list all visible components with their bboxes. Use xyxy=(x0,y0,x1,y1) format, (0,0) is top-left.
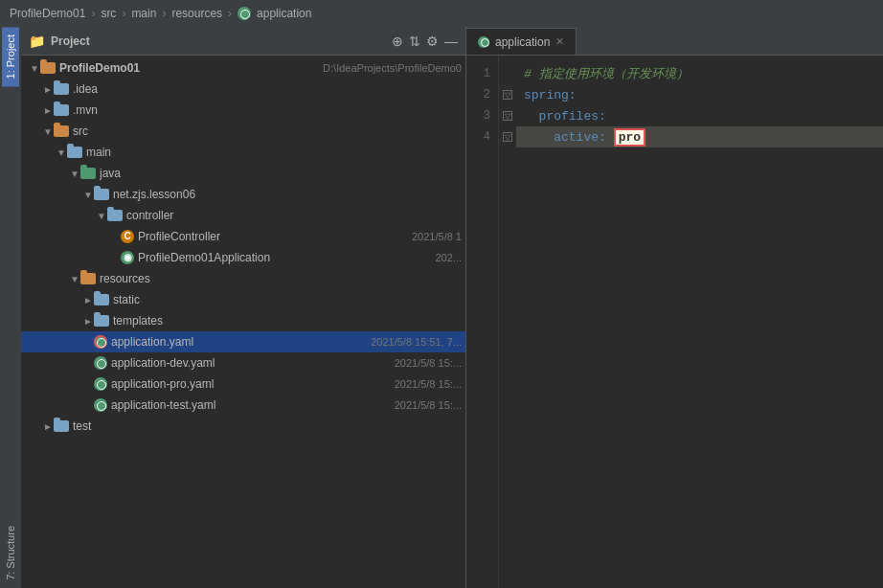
controller-label: controller xyxy=(126,209,465,222)
tree-item-resources[interactable]: ▼ resources xyxy=(21,268,465,289)
tree-item-java[interactable]: ▼ java xyxy=(21,163,465,184)
gutter-3[interactable]: ▽ xyxy=(499,105,516,126)
pa-meta: 202... xyxy=(435,252,465,263)
arrow-templates: ► xyxy=(82,316,94,327)
tree-item-application-pro-yaml[interactable]: ► application-pro.yaml 2021/5/8 15:... xyxy=(21,373,465,395)
main-label: main xyxy=(86,146,465,159)
tree-item-profilecontroller[interactable]: ► C ProfileController 2021/5/8 1 xyxy=(21,226,465,247)
pc-meta: 2021/5/8 1 xyxy=(412,231,465,242)
breadcrumb-sep-4: › xyxy=(228,7,232,20)
code-comment-1: # 指定使用环境（开发环境） xyxy=(524,65,689,82)
tree-item-idea[interactable]: ► .idea xyxy=(21,79,465,100)
breadcrumb-yaml-icon xyxy=(238,7,251,20)
mvn-label: .mvn xyxy=(73,103,465,117)
line-num-4: 4 xyxy=(466,126,498,147)
side-tabs-left: 1: Project 7: Structure xyxy=(0,27,21,588)
globe-icon[interactable]: ⊕ xyxy=(392,34,403,49)
root-label: ProfileDemo01 xyxy=(59,61,317,75)
breadcrumb-application[interactable]: application xyxy=(257,7,311,20)
code-line-4: active: pro xyxy=(516,126,883,147)
test-label: test xyxy=(73,419,465,433)
application-test-meta: 2021/5/8 15:... xyxy=(395,399,465,411)
arrow-main: ▼ xyxy=(56,147,67,158)
arrow-resources: ▼ xyxy=(69,274,80,284)
yaml-icon-test xyxy=(94,398,107,412)
application-dev-label: application-dev.yaml xyxy=(111,356,389,370)
tree-item-static[interactable]: ► static xyxy=(21,289,465,310)
gutter-2[interactable]: ▽ xyxy=(499,84,516,105)
line-num-2: 2 xyxy=(466,84,498,105)
gutter-1 xyxy=(499,63,516,84)
tree-item-net[interactable]: ▼ net.zjs.lesson06 xyxy=(21,184,465,205)
breadcrumb-main[interactable]: main xyxy=(131,7,156,20)
fold-arrow-2[interactable]: ▽ xyxy=(503,90,512,100)
arrow-src: ▼ xyxy=(42,126,54,137)
code-value-active: pro xyxy=(614,128,645,147)
application-test-label: application-test.yaml xyxy=(111,398,389,412)
tree-item-root[interactable]: ▼ ProfileDemo01 D:\IdeaProjects\ProfileD… xyxy=(21,57,465,79)
editor-panel: application ✕ 1 2 3 4 ▽ ▽ xyxy=(466,27,883,588)
arrow-mvn: ► xyxy=(42,105,54,116)
panel-header: 📁 Project ⊕ ⇅ ⚙ — xyxy=(21,27,465,56)
breadcrumb: ProfileDemo01 › src › main › resources ›… xyxy=(0,0,883,27)
panel-title: Project xyxy=(51,34,386,48)
side-tab-structure[interactable]: 7: Structure xyxy=(2,518,19,588)
gutter-4[interactable]: ▽ xyxy=(499,126,516,147)
yaml-icon-application xyxy=(94,335,107,349)
editor-content: 1 2 3 4 ▽ ▽ ▽ xyxy=(466,56,883,588)
breadcrumb-project[interactable]: ProfileDemo01 xyxy=(10,7,85,20)
idea-folder-icon xyxy=(54,83,69,95)
tree-item-src[interactable]: ▼ src xyxy=(21,121,465,142)
arrow-controller: ▼ xyxy=(96,211,107,221)
project-tree: ▼ ProfileDemo01 D:\IdeaProjects\ProfileD… xyxy=(21,56,465,588)
tree-item-test[interactable]: ► test xyxy=(21,416,465,437)
tab-yaml-icon xyxy=(478,36,489,48)
tree-item-controller[interactable]: ▼ controller xyxy=(21,205,465,226)
src-folder-icon xyxy=(54,125,69,137)
code-area[interactable]: # 指定使用环境（开发环境） spring: profiles: active:… xyxy=(516,56,883,588)
pc-label: ProfileController xyxy=(138,230,406,243)
java-app-icon: ◉ xyxy=(121,251,134,264)
yaml-icon-pro xyxy=(94,377,107,391)
src-label: src xyxy=(73,124,465,138)
side-tab-project[interactable]: 1: Project xyxy=(2,27,19,86)
resources-label: resources xyxy=(100,272,465,285)
root-folder-icon xyxy=(40,62,56,74)
tree-item-mvn[interactable]: ► .mvn xyxy=(21,100,465,121)
java-folder-icon xyxy=(80,168,96,179)
code-line-1: # 指定使用环境（开发环境） xyxy=(516,63,883,84)
main-area: 1: Project 7: Structure 📁 Project ⊕ ⇅ ⚙ … xyxy=(0,27,883,588)
tree-item-application-dev-yaml[interactable]: ► application-dev.yaml 2021/5/8 15:... xyxy=(21,352,465,373)
mvn-folder-icon xyxy=(54,104,69,116)
minimize-icon[interactable]: — xyxy=(444,34,458,49)
idea-label: .idea xyxy=(73,82,465,96)
main-folder-icon xyxy=(67,147,82,158)
controller-folder-icon xyxy=(107,210,123,221)
project-panel: 📁 Project ⊕ ⇅ ⚙ — ▼ ProfileDemo01 D:\Ide… xyxy=(21,27,466,588)
line-num-3: 3 xyxy=(466,105,498,126)
tree-item-main[interactable]: ▼ main xyxy=(21,142,465,163)
editor-tab-application[interactable]: application ✕ xyxy=(466,28,577,55)
fold-arrow-3[interactable]: ▽ xyxy=(503,111,512,121)
tree-item-application-yaml[interactable]: ► application.yaml 2021/5/8 15:51, 7... xyxy=(21,331,465,352)
static-label: static xyxy=(113,293,465,306)
sync-icon[interactable]: ⇅ xyxy=(409,34,420,49)
tree-item-application-test-yaml[interactable]: ► application-test.yaml 2021/5/8 15:... xyxy=(21,395,465,416)
breadcrumb-sep-3: › xyxy=(162,7,166,20)
templates-folder-icon xyxy=(94,315,109,327)
code-line-2: spring: xyxy=(516,84,883,105)
tree-item-profileapp[interactable]: ► ◉ ProfileDemo01Application 202... xyxy=(21,247,465,268)
breadcrumb-resources[interactable]: resources xyxy=(171,7,222,20)
arrow-static: ► xyxy=(82,295,94,305)
arrow-java: ▼ xyxy=(69,169,80,179)
line-numbers: 1 2 3 4 xyxy=(466,56,499,588)
settings-icon[interactable]: ⚙ xyxy=(426,34,439,49)
line-num-1: 1 xyxy=(466,63,498,84)
breadcrumb-src[interactable]: src xyxy=(101,7,116,20)
arrow-root: ▼ xyxy=(29,63,40,74)
tab-close-button[interactable]: ✕ xyxy=(555,35,564,48)
gutter: ▽ ▽ ▽ xyxy=(499,56,516,588)
fold-arrow-4[interactable]: ▽ xyxy=(503,132,512,142)
editor-tabs: application ✕ xyxy=(466,27,883,56)
tree-item-templates[interactable]: ► templates xyxy=(21,310,465,331)
